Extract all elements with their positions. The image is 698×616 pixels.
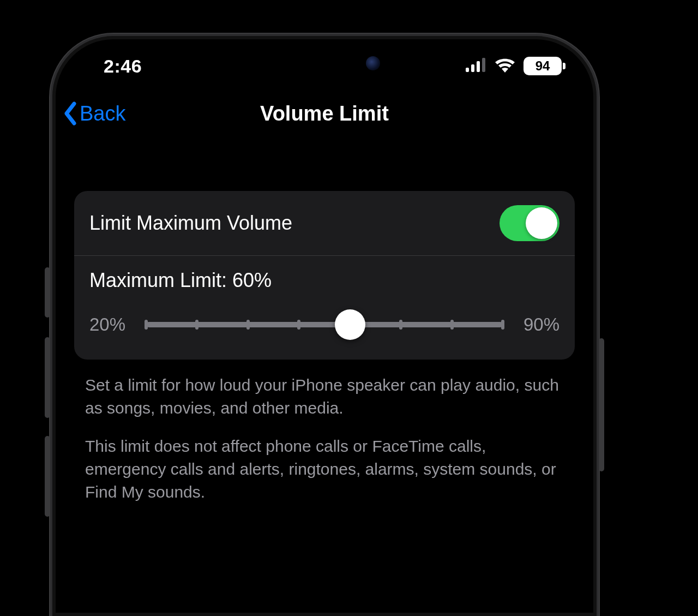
volume-limit-slider[interactable] bbox=[146, 308, 503, 341]
slider-thumb[interactable] bbox=[335, 309, 365, 340]
svg-rect-1 bbox=[471, 64, 474, 72]
footer-paragraph-1: Set a limit for how loud your iPhone spe… bbox=[85, 374, 564, 420]
slider-tick bbox=[450, 320, 454, 330]
footer-description: Set a limit for how loud your iPhone spe… bbox=[85, 374, 564, 504]
frame-side-button bbox=[45, 436, 50, 517]
slider-tick bbox=[501, 320, 504, 330]
battery-percent: 94 bbox=[535, 58, 550, 74]
chevron-left-icon bbox=[62, 101, 79, 125]
svg-rect-3 bbox=[482, 58, 485, 72]
settings-card: Limit Maximum Volume Maximum Limit: 60% … bbox=[74, 191, 575, 360]
slider-tick bbox=[297, 320, 300, 330]
battery-indicator: 94 bbox=[524, 57, 562, 75]
frame-side-button bbox=[599, 338, 604, 471]
phone-frame: 2:46 bbox=[50, 34, 599, 616]
limit-toggle[interactable] bbox=[500, 205, 559, 241]
slider-max-label: 90% bbox=[517, 314, 559, 335]
status-time: 2:46 bbox=[104, 56, 142, 77]
front-camera-icon bbox=[366, 56, 380, 70]
svg-rect-0 bbox=[466, 68, 469, 72]
svg-rect-2 bbox=[477, 61, 480, 72]
back-button[interactable]: Back bbox=[62, 101, 125, 125]
back-label: Back bbox=[80, 102, 125, 125]
limit-toggle-label: Limit Maximum Volume bbox=[89, 212, 292, 235]
frame-side-button bbox=[45, 267, 50, 318]
frame-side-button bbox=[45, 337, 50, 418]
dynamic-island bbox=[247, 47, 402, 80]
slider-tick bbox=[399, 320, 402, 330]
cellular-signal-icon bbox=[466, 58, 486, 74]
page-title: Volume Limit bbox=[52, 102, 597, 125]
maximum-limit-label: Maximum Limit: 60% bbox=[89, 269, 559, 292]
footer-paragraph-2: This limit does not affect phone calls o… bbox=[85, 435, 564, 504]
limit-maximum-volume-row[interactable]: Limit Maximum Volume bbox=[74, 191, 575, 256]
navigation-bar: Back Volume Limit bbox=[52, 86, 597, 146]
slider-tick bbox=[195, 320, 198, 330]
slider-tick bbox=[246, 320, 250, 330]
slider-min-label: 20% bbox=[89, 314, 132, 335]
maximum-limit-row: Maximum Limit: 60% 20% 90% bbox=[74, 256, 575, 360]
toggle-knob bbox=[526, 207, 557, 239]
wifi-icon bbox=[494, 57, 516, 75]
slider-tick bbox=[145, 320, 148, 330]
